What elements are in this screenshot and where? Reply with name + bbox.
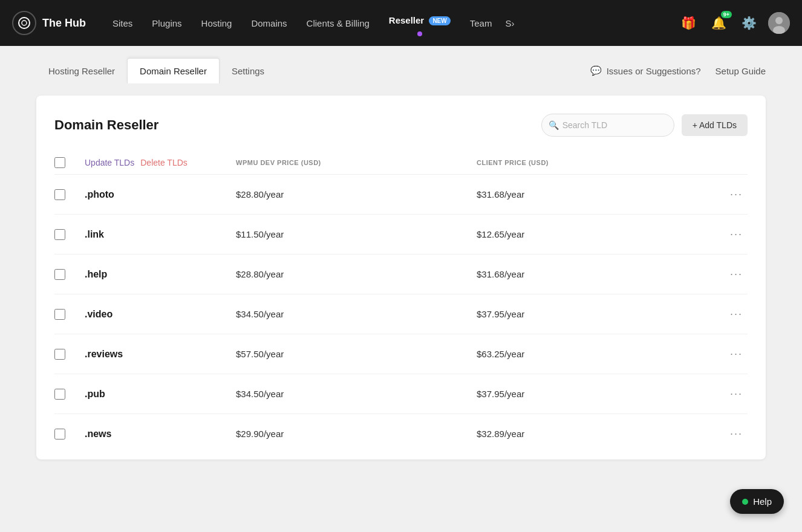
tab-hosting-reseller[interactable]: Hosting Reseller — [36, 59, 127, 83]
tab-domain-reseller[interactable]: Domain Reseller — [127, 58, 220, 83]
new-badge: NEW — [429, 16, 450, 25]
navbar-actions: 🎁 🔔 9+ ⚙️ — [677, 12, 790, 34]
row-menu-button-3[interactable]: ··· — [725, 305, 748, 323]
subnav-tabs: Hosting Reseller Domain Reseller Setting… — [36, 58, 276, 83]
select-all-col — [54, 157, 85, 168]
wpmu-price-1: $11.50/year — [236, 229, 477, 239]
table-row: .link $11.50/year $12.65/year ··· — [54, 215, 748, 255]
row-menu-2: ··· — [717, 265, 748, 283]
nav-sites[interactable]: Sites — [104, 13, 141, 33]
add-tlds-button[interactable]: + Add TLDs — [682, 114, 748, 136]
row-checkbox-col-3 — [54, 309, 85, 320]
suggestions-button[interactable]: 💬 Issues or Suggestions? — [590, 65, 701, 76]
gift-button[interactable]: 🎁 — [677, 12, 699, 34]
row-menu-button-4[interactable]: ··· — [725, 345, 748, 363]
subnav-right: 💬 Issues or Suggestions? Setup Guide — [590, 65, 766, 76]
search-icon: 🔍 — [549, 120, 559, 130]
tld-name-5: .pub — [85, 389, 236, 400]
row-checkbox-1[interactable] — [54, 229, 65, 240]
client-price-0: $31.68/year — [477, 189, 717, 199]
tld-name-1: .link — [85, 229, 236, 240]
delete-tlds-button[interactable]: Delete TLDs — [140, 158, 187, 167]
row-menu-1: ··· — [717, 225, 748, 243]
row-checkbox-6[interactable] — [54, 429, 65, 440]
table-header: Update TLDs Delete TLDs WPMU DEV PRICE (… — [54, 151, 748, 175]
row-menu-button-2[interactable]: ··· — [725, 265, 748, 283]
wpmu-price-5: $34.50/year — [236, 389, 477, 399]
row-menu-button-0[interactable]: ··· — [725, 186, 748, 203]
row-menu-4: ··· — [717, 345, 748, 363]
card-actions: 🔍 + Add TLDs — [541, 114, 748, 137]
client-price-4: $63.25/year — [477, 349, 717, 359]
settings-button[interactable]: ⚙️ — [738, 12, 760, 34]
nav-hosting[interactable]: Hosting — [193, 13, 241, 33]
tld-name-0: .photo — [85, 189, 236, 200]
nav-clients-billing[interactable]: Clients & Billing — [298, 13, 378, 33]
table-row: .video $34.50/year $37.95/year ··· — [54, 294, 748, 334]
notification-count: 9+ — [721, 11, 732, 18]
row-menu-0: ··· — [717, 186, 748, 203]
help-button[interactable]: Help — [730, 489, 784, 514]
row-checkbox-2[interactable] — [54, 269, 65, 280]
row-checkbox-col-6 — [54, 429, 85, 440]
row-checkbox-5[interactable] — [54, 389, 65, 400]
domain-reseller-card: Domain Reseller 🔍 + Add TLDs Update TLDs… — [36, 96, 766, 459]
tld-name-6: .news — [85, 429, 236, 440]
setup-guide-link[interactable]: Setup Guide — [716, 66, 766, 76]
nav-domains[interactable]: Domains — [243, 13, 295, 33]
suggestions-icon: 💬 — [590, 65, 602, 76]
card-title: Domain Reseller — [54, 117, 158, 133]
nav-more[interactable]: S› — [503, 13, 517, 33]
wpmu-price-2: $28.80/year — [236, 269, 477, 279]
bulk-actions: Update TLDs Delete TLDs — [85, 158, 236, 167]
search-tld-input[interactable] — [541, 114, 674, 137]
main-content: Domain Reseller 🔍 + Add TLDs Update TLDs… — [0, 83, 802, 484]
search-wrapper: 🔍 — [541, 114, 674, 137]
row-checkbox-0[interactable] — [54, 189, 65, 200]
tld-name-2: .help — [85, 269, 236, 280]
row-checkbox-col-2 — [54, 269, 85, 280]
navbar: The Hub Sites Plugins Hosting Domains Cl… — [0, 0, 802, 46]
logo-icon — [12, 11, 36, 35]
client-price-1: $12.65/year — [477, 229, 717, 239]
row-menu-button-1[interactable]: ··· — [725, 225, 748, 243]
row-checkbox-4[interactable] — [54, 349, 65, 360]
nav-reseller-wrapper: Reseller NEW — [380, 10, 459, 36]
client-price-5: $37.95/year — [477, 389, 717, 399]
notifications-button[interactable]: 🔔 9+ — [708, 12, 729, 34]
client-price-2: $31.68/year — [477, 269, 717, 279]
row-menu-5: ··· — [717, 385, 748, 403]
tld-name-3: .video — [85, 309, 236, 320]
user-avatar[interactable] — [768, 12, 790, 34]
brand-logo[interactable]: The Hub — [12, 11, 86, 35]
row-menu-3: ··· — [717, 305, 748, 323]
wpmu-price-header: WPMU DEV PRICE (USD) — [236, 159, 477, 166]
row-checkbox-col-1 — [54, 229, 85, 240]
update-tlds-button[interactable]: Update TLDs — [85, 158, 134, 167]
svg-point-0 — [19, 18, 30, 28]
nav-reseller[interactable]: Reseller NEW — [380, 10, 459, 30]
help-status-dot — [742, 499, 748, 505]
reseller-dot — [417, 31, 422, 36]
row-checkbox-col-4 — [54, 349, 85, 360]
table-row: .photo $28.80/year $31.68/year ··· — [54, 175, 748, 215]
tld-rows-container: .photo $28.80/year $31.68/year ··· .link… — [54, 175, 748, 453]
nav-team[interactable]: Team — [461, 13, 501, 33]
wpmu-price-0: $28.80/year — [236, 189, 477, 199]
table-row: .reviews $57.50/year $63.25/year ··· — [54, 334, 748, 374]
client-price-6: $32.89/year — [477, 429, 717, 439]
row-menu-button-5[interactable]: ··· — [725, 385, 748, 403]
row-menu-button-6[interactable]: ··· — [725, 425, 748, 443]
select-all-checkbox[interactable] — [54, 157, 65, 168]
tab-settings[interactable]: Settings — [220, 59, 276, 83]
svg-point-3 — [775, 17, 783, 24]
nav-links: Sites Plugins Hosting Domains Clients & … — [104, 10, 677, 36]
row-checkbox-col-5 — [54, 389, 85, 400]
row-checkbox-col-0 — [54, 189, 85, 200]
nav-plugins[interactable]: Plugins — [143, 13, 190, 33]
brand-name: The Hub — [42, 17, 86, 30]
subnav: Hosting Reseller Domain Reseller Setting… — [0, 46, 802, 83]
row-checkbox-3[interactable] — [54, 309, 65, 320]
table-row: .pub $34.50/year $37.95/year ··· — [54, 374, 748, 414]
wpmu-price-4: $57.50/year — [236, 349, 477, 359]
